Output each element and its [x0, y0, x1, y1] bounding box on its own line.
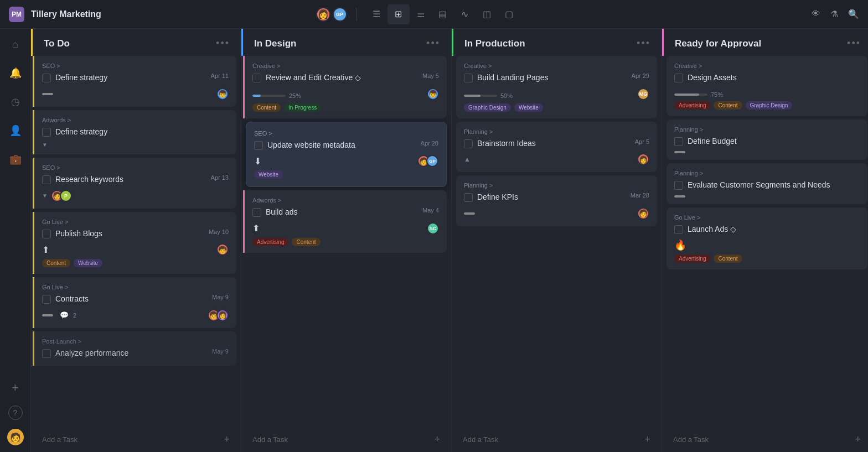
topbar-actions: 👁 ⚗ 🔍 [812, 9, 859, 19]
card-title-row: Contracts May 9 [42, 294, 229, 305]
card-date: Apr 5 [635, 138, 649, 145]
card-build-landing-pages[interactable]: Creative > Build Landing Pages Apr 29 50… [456, 56, 657, 118]
card-title: Build ads [266, 207, 418, 218]
card-checkbox[interactable] [252, 208, 261, 217]
column-menu-inprod[interactable]: ••• [637, 38, 650, 49]
view-calendar[interactable]: ◫ [476, 4, 498, 24]
card-avatar: 👩 [637, 153, 649, 165]
card-adwords-define-strategy[interactable]: Adwords > Define strategy ▼ [33, 110, 236, 155]
sidebar-item-briefcase[interactable]: 💼 [7, 150, 24, 168]
eye-icon[interactable]: 👁 [812, 9, 820, 19]
search-icon[interactable]: 🔍 [848, 9, 859, 19]
card-publish-blogs[interactable]: Go Live > Publish Blogs May 10 ⬆ 🧒 Conte… [33, 212, 236, 274]
card-section: Planning > [464, 128, 649, 135]
card-checkbox[interactable] [42, 295, 51, 304]
view-filter[interactable]: ⚌ [410, 4, 432, 24]
column-title-todo: To Do [44, 38, 211, 49]
card-seo-research-keywords[interactable]: SEO > Research keywords Apr 13 ▼ 🧑 P [33, 158, 236, 209]
view-table[interactable]: ▤ [432, 4, 454, 24]
add-task-todo[interactable]: Add a Task + [31, 427, 241, 452]
sidebar-item-history[interactable]: ◷ [7, 93, 24, 111]
card-tags: Graphic Design Website [464, 103, 649, 112]
add-task-plus-icon[interactable]: + [434, 434, 440, 445]
card-title: Define Budget [688, 136, 860, 147]
card-title: Define KPIs [477, 192, 626, 203]
card-contracts[interactable]: Go Live > Contracts May 9 💬 2 🧒 👩 [33, 277, 236, 328]
tag-advertising: Advertising [674, 254, 710, 263]
column-menu-indesign[interactable]: ••• [426, 38, 440, 49]
column-menu-ready[interactable]: ••• [847, 38, 861, 49]
card-launch-ads[interactable]: Go Live > Launch Ads ◇ 🔥 Advertising Con… [666, 207, 867, 270]
sidebar-item-help[interactable]: ? [8, 406, 23, 420]
comment-count: 2 [73, 312, 76, 319]
card-checkbox[interactable] [42, 74, 51, 82]
card-title: Publish Blogs [55, 228, 204, 240]
card-title-row: Publish Blogs May 10 [42, 228, 229, 240]
card-checkbox[interactable] [674, 74, 683, 82]
card-progress: 50% [464, 92, 513, 99]
avatar-user1[interactable]: 👩 [316, 7, 330, 22]
view-doc[interactable]: ▢ [498, 4, 520, 24]
card-update-metadata[interactable]: SEO > Update website metadata Apr 20 ⬇ 🧑… [246, 122, 447, 188]
card-section: Post-Launch > [42, 338, 229, 345]
card-checkbox[interactable] [42, 175, 51, 184]
app-logo[interactable]: PM [9, 7, 24, 22]
card-checkbox[interactable] [42, 128, 51, 137]
add-task-ready[interactable]: Add a Task + [662, 427, 868, 452]
avatar-user2[interactable]: GP [333, 7, 347, 22]
column-header-inprod: In Production ••• [452, 29, 662, 56]
sidebar-item-people[interactable]: 👤 [7, 122, 24, 139]
card-title: Research keywords [55, 174, 206, 185]
card-checkbox[interactable] [42, 349, 51, 358]
card-evaluate-segments[interactable]: Planning > Evaluate Customer Segments an… [666, 163, 867, 204]
column-header-ready: Ready for Approval ••• [662, 29, 868, 56]
sidebar-item-notifications[interactable]: 🔔 [7, 64, 24, 82]
view-board[interactable]: ⊞ [388, 4, 410, 24]
tag-advertising: Advertising [674, 101, 710, 110]
card-checkbox[interactable] [464, 74, 473, 82]
card-checkbox[interactable] [252, 74, 261, 82]
sidebar-avatar[interactable]: 🧑 [7, 429, 24, 445]
card-meta: 50% MG [464, 88, 649, 100]
card-checkbox[interactable] [254, 141, 263, 150]
column-menu-todo[interactable]: ••• [216, 38, 230, 49]
sidebar-item-add[interactable]: + [7, 379, 24, 397]
add-task-label: Add a Task [42, 435, 78, 444]
card-checkbox[interactable] [464, 193, 473, 202]
add-task-inprod[interactable]: Add a Task + [452, 427, 662, 452]
filter-icon[interactable]: ⚗ [830, 9, 838, 19]
view-icons: ☰ ⊞ ⚌ ▤ ∿ ◫ ▢ [365, 4, 520, 24]
tag-content: Content [714, 254, 742, 263]
card-title-row: Build ads May 4 [252, 207, 439, 218]
add-task-indesign[interactable]: Add a Task + [241, 427, 451, 452]
card-checkbox[interactable] [464, 139, 473, 148]
card-avatars: SC [430, 222, 439, 235]
card-review-edit-creative[interactable]: Creative > Review and Edit Creative ◇ Ma… [243, 56, 447, 118]
view-list[interactable]: ☰ [365, 4, 388, 24]
card-checkbox[interactable] [674, 225, 683, 234]
card-build-ads[interactable]: Adwords > Build ads May 4 ⬆ SC Advertisi… [243, 190, 447, 253]
view-chart[interactable]: ∿ [454, 4, 476, 24]
card-date: Apr 20 [421, 140, 438, 147]
card-brainstorm-ideas[interactable]: Planning > Brainstorm Ideas Apr 5 ▲ 👩 [456, 122, 657, 173]
card-analyze-performance[interactable]: Post-Launch > Analyze performance May 9 [33, 331, 236, 366]
card-checkbox[interactable] [674, 137, 683, 146]
progress-bar [252, 95, 286, 97]
chevron-down-icon: ▼ [42, 193, 48, 199]
card-meta: ▲ 👩 [464, 153, 649, 165]
card-meta: 💬 2 🧒 👩 [42, 309, 229, 321]
card-date: Mar 28 [631, 192, 649, 199]
card-checkbox[interactable] [674, 181, 683, 190]
card-checkbox[interactable] [42, 230, 51, 238]
card-title: Design Assets [688, 72, 860, 84]
progress-bar [464, 95, 497, 97]
add-task-plus-icon[interactable]: + [644, 434, 650, 445]
add-task-plus-icon[interactable]: + [224, 434, 230, 445]
card-define-kpis[interactable]: Planning > Define KPIs Mar 28 🧑 [456, 175, 657, 226]
card-meta: ▼ 🧑 P [42, 190, 229, 202]
card-define-budget[interactable]: Planning > Define Budget [666, 120, 867, 160]
sidebar-item-home[interactable]: ⌂ [7, 35, 24, 53]
card-design-assets[interactable]: Creative > Design Assets 75% Advertising [666, 56, 867, 116]
card-seo-define-strategy[interactable]: SEO > Define strategy Apr 11 👦 [33, 56, 236, 107]
add-task-plus-icon[interactable]: + [855, 434, 861, 445]
